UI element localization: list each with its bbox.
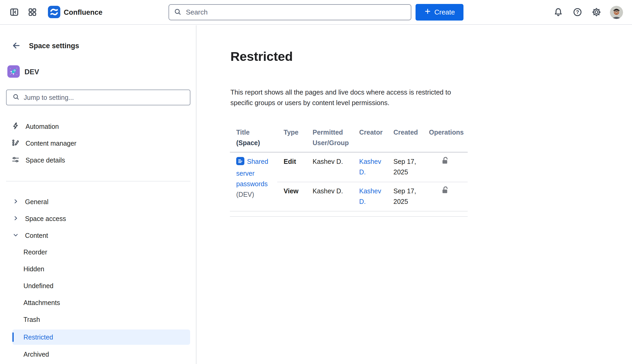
creator-link[interactable]: Kashev D. (359, 187, 381, 205)
chevron-down-icon (12, 232, 19, 240)
creator-link[interactable]: Kashev D. (359, 158, 381, 176)
app-name: Confluence (64, 8, 102, 17)
column-header-operations: Operations (423, 125, 468, 152)
sidebar-title: Space settings (29, 42, 79, 50)
sidebar-item-hidden[interactable]: Hidden (12, 261, 190, 277)
app-switcher-button[interactable] (26, 6, 39, 19)
search-icon (174, 8, 182, 17)
plus-icon (424, 8, 431, 17)
unlock-icon (441, 162, 450, 166)
confluence-home-link[interactable]: Confluence (48, 6, 102, 19)
chevron-right-icon (12, 198, 19, 206)
search-input[interactable] (185, 8, 411, 17)
notifications-button[interactable] (552, 6, 565, 19)
gear-icon (591, 7, 601, 18)
page-description: This report shows all the pages and live… (230, 87, 460, 108)
unlock-button[interactable] (441, 156, 450, 166)
collapse-sidebar-button[interactable] (8, 6, 21, 19)
sidebar-item-reorder[interactable]: Reorder (12, 244, 190, 260)
sidebar-section-content[interactable]: Content (6, 228, 190, 243)
restriction-type: Edit (277, 152, 306, 182)
create-label: Create (434, 8, 455, 16)
settings-button[interactable] (590, 6, 603, 19)
selected-indicator (12, 332, 14, 342)
help-icon: ? (572, 7, 582, 18)
section-separator (230, 216, 468, 217)
top-bar: Confluence Create (0, 0, 632, 25)
column-header-permitted: Permitted User/Group (306, 125, 353, 152)
sidebar-item-space-details[interactable]: Space details (6, 152, 190, 168)
space-avatar-rocket-icon (7, 65, 20, 79)
page-icon (236, 157, 244, 168)
jump-to-setting-input[interactable] (23, 94, 190, 102)
column-header-type: Type (277, 125, 306, 152)
page-title: Restricted (230, 49, 293, 64)
sidebar-header: Space settings (11, 40, 79, 52)
sidebar-section-general[interactable]: General (6, 194, 190, 210)
chevron-right-icon (12, 215, 19, 223)
page-space: (DEV) (236, 189, 277, 200)
content-manager-icon (12, 139, 19, 148)
sidebar-item-content-manager[interactable]: Content manager (6, 135, 190, 151)
column-header-title: Title (Space) (230, 125, 277, 152)
sidebar-item-undefined[interactable]: Undefined (12, 278, 190, 293)
created-date: Sep 17, 2025 (387, 182, 423, 211)
svg-text:?: ? (576, 9, 579, 15)
confluence-app: Confluence Create (0, 0, 632, 364)
permitted-user: Kashev D. (306, 152, 353, 182)
back-button[interactable] (11, 40, 22, 52)
restricted-pages-table: Title (Space) Type Permitted User/Group … (230, 125, 468, 211)
sidebar-item-label: Content manager (26, 140, 76, 147)
lightning-icon (12, 122, 19, 131)
confluence-logo (48, 6, 60, 19)
sidebar-item-label: Space details (26, 156, 65, 164)
unlock-icon (441, 191, 450, 195)
section-label: General (25, 198, 48, 206)
app-switcher-icon (28, 7, 37, 18)
create-button[interactable]: Create (416, 4, 463, 21)
table-row: Shared server passwords (DEV) Edit Kashe… (230, 152, 468, 182)
bell-icon (553, 7, 563, 18)
sidebar-item-attachments[interactable]: Attachments (12, 295, 190, 310)
column-header-space: (Space) (236, 139, 260, 146)
sliders-icon (12, 156, 19, 165)
help-button[interactable]: ? (571, 6, 584, 19)
sidebar-item-trash[interactable]: Trash (12, 312, 190, 327)
column-header-created: Created (387, 125, 423, 152)
sidebar-item-automation[interactable]: Automation (6, 119, 190, 134)
sidebar-item-archived[interactable]: Archived (12, 347, 190, 362)
collapse-sidebar-icon (9, 7, 19, 18)
space-settings-sidebar: Space settings (0, 25, 196, 364)
unlock-button[interactable] (441, 186, 450, 195)
space-name: DEV (24, 68, 39, 76)
sidebar-item-restricted[interactable]: Restricted (12, 329, 190, 345)
section-label: Content (25, 232, 48, 239)
search-icon (12, 93, 20, 102)
permitted-user: Kashev D. (306, 182, 353, 211)
space-identity: DEV (7, 66, 39, 78)
restriction-type: View (277, 182, 306, 211)
page-title-cell: Shared server passwords (DEV) (230, 152, 277, 211)
table-header-row: Title (Space) Type Permitted User/Group … (230, 125, 468, 152)
section-label: Space access (25, 215, 66, 223)
created-date: Sep 17, 2025 (387, 152, 423, 182)
jump-to-setting (6, 90, 190, 105)
sidebar-divider (6, 181, 190, 181)
global-search (169, 4, 411, 20)
user-avatar[interactable] (610, 6, 623, 19)
back-arrow-icon (12, 41, 21, 51)
column-header-creator: Creator (353, 125, 387, 152)
sidebar-section-space-access[interactable]: Space access (6, 211, 190, 227)
sidebar-item-label: Automation (26, 123, 59, 130)
